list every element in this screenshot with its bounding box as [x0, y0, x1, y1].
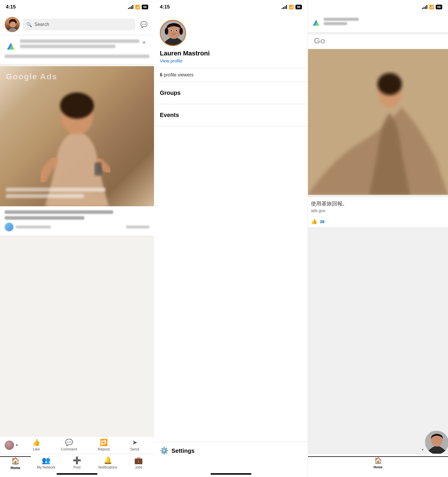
view-profile-link[interactable]: View profile — [160, 58, 302, 63]
network-label: My Network — [37, 465, 55, 469]
svg-point-16 — [165, 28, 168, 35]
comment-label: Comment — [61, 447, 77, 451]
battery-left: 98 — [142, 5, 148, 9]
messaging-icon[interactable]: 💬 — [138, 19, 149, 30]
home-label: Home — [10, 466, 20, 470]
sponsored-card: + — [0, 35, 154, 66]
user-avatar-left[interactable] — [5, 17, 20, 32]
blurred-sponsored-label — [20, 45, 116, 48]
nav-jobs[interactable]: 💼 Jobs — [123, 456, 154, 469]
repost-label: Repost — [98, 447, 110, 451]
nav-home[interactable]: 🏠 Home — [0, 456, 31, 470]
svg-rect-11 — [94, 163, 102, 176]
post-label: Post — [74, 465, 80, 469]
search-icon: 🔍 — [26, 22, 32, 27]
settings-row[interactable]: ⚙️ Settings — [160, 447, 302, 455]
post-actor[interactable]: ▼ — [5, 441, 19, 450]
post-image-bg: Google Ads — [0, 66, 154, 206]
blurred-post-text-1 — [5, 210, 113, 214]
post-actions-bar: ▼ 👍 Like 💬 Comment 🔁 Repost ➤ Send — [0, 436, 154, 454]
notifications-label: Notifications — [98, 465, 117, 469]
battery-right: 98 — [295, 5, 302, 9]
repost-icon: 🔁 — [100, 439, 108, 446]
ad-content-top — [308, 14, 448, 32]
like-button[interactable]: 👍 Like — [32, 439, 40, 451]
wifi-icon-right: 📶 — [289, 5, 294, 9]
post-caption-area — [0, 188, 154, 200]
status-time-right: 4:15 — [160, 4, 170, 10]
svg-point-17 — [179, 28, 183, 35]
nav-notifications[interactable]: 🔔 Notifications — [92, 456, 123, 469]
ad-reaction-row: 👍 38 — [308, 216, 448, 227]
nav-my-network[interactable]: 👥 My Network — [31, 456, 62, 469]
action-buttons: 👍 Like 💬 Comment 🔁 Repost ➤ Send — [22, 439, 149, 451]
settings-section: ⚙️ Settings — [154, 442, 308, 459]
blurred-avatar-small — [5, 223, 13, 231]
home-icon: 🏠 — [11, 457, 20, 465]
blurred-time-small — [126, 226, 149, 228]
svg-point-28 — [377, 73, 402, 95]
comment-icon: 💬 — [65, 439, 73, 446]
profile-viewers-text: 6 profile viewers — [160, 72, 302, 78]
events-menu-item[interactable]: Events — [160, 109, 302, 121]
repost-button[interactable]: 🔁 Repost — [98, 439, 110, 451]
ad-status-bar: 📶 98 — [308, 0, 448, 14]
ad-go-section: Go — [308, 34, 448, 49]
network-icon: 👥 — [42, 456, 50, 464]
left-panel: 4:15 📶 98 🔍 Search 💬 — [0, 0, 154, 477]
search-bar[interactable]: 🔍 Search — [23, 19, 135, 30]
caption-blurred-1 — [6, 188, 106, 192]
blurred-company-name — [20, 39, 139, 43]
signal-icon-right — [282, 5, 287, 9]
ad-panel: 📶 98 Go — [308, 0, 448, 477]
image-post: Google Ads — [0, 66, 154, 206]
ad-blurred-text-2 — [324, 22, 347, 25]
actor-avatar — [5, 441, 14, 450]
profile-avatar-large[interactable] — [160, 20, 186, 46]
ad-url-text: ads.goo — [311, 208, 445, 213]
settings-gear-icon: ⚙️ — [160, 447, 169, 455]
avatar-image-left — [5, 18, 19, 32]
right-panel: 4:15 📶 98 — [154, 0, 308, 477]
portrait-svg — [161, 21, 186, 46]
jobs-label: Jobs — [135, 465, 142, 469]
ad-blurred-text-1 — [324, 18, 359, 21]
nav-post[interactable]: ➕ Post — [62, 456, 92, 469]
like-label: Like — [33, 447, 40, 451]
ad-logo-row — [311, 17, 359, 27]
send-button[interactable]: ➤ Send — [130, 439, 139, 451]
wifi-icon-left: 📶 — [135, 5, 140, 9]
home-indicator-right — [211, 473, 251, 475]
second-post-card — [0, 206, 154, 235]
blurred-ad-text-1 — [5, 55, 149, 58]
avatar-down-icon: ▼ — [421, 448, 424, 451]
status-bar-right: 4:15 📶 98 — [154, 0, 308, 14]
home-indicator-left — [57, 473, 97, 475]
go-text: Go — [311, 34, 445, 47]
profile-stats: 6 profile viewers — [154, 68, 308, 82]
status-icons-right: 📶 98 — [282, 5, 302, 9]
like-icon: 👍 — [32, 439, 40, 446]
viewers-count: 6 — [160, 72, 162, 77]
ad-image-area — [308, 49, 448, 195]
svg-point-3 — [8, 28, 18, 32]
svg-point-21 — [176, 30, 177, 32]
profile-section: Lauren Mastroni View profile — [154, 14, 308, 68]
sponsored-text — [20, 39, 139, 50]
wifi-icon-ad: 📶 — [429, 5, 434, 9]
status-bar-left: 4:15 📶 98 — [0, 0, 154, 14]
feed-area: + Google Ads — [0, 35, 154, 436]
ad-bottom-nav: 🏠 Home — [308, 454, 448, 477]
search-placeholder: Search — [34, 22, 49, 27]
profile-name: Lauren Mastroni — [160, 50, 302, 57]
send-label: Send — [130, 447, 139, 451]
comment-button[interactable]: 💬 Comment — [61, 439, 77, 451]
svg-point-2 — [10, 22, 16, 26]
ad-nav-home[interactable]: 🏠 Home — [308, 456, 448, 469]
jobs-icon: 💼 — [134, 456, 143, 464]
status-icons-left: 📶 98 — [128, 5, 148, 9]
viewers-label: profile viewers — [164, 72, 193, 77]
blurred-name-small — [16, 226, 51, 228]
follow-button[interactable]: + — [142, 39, 149, 46]
groups-menu-item[interactable]: Groups — [160, 87, 302, 99]
